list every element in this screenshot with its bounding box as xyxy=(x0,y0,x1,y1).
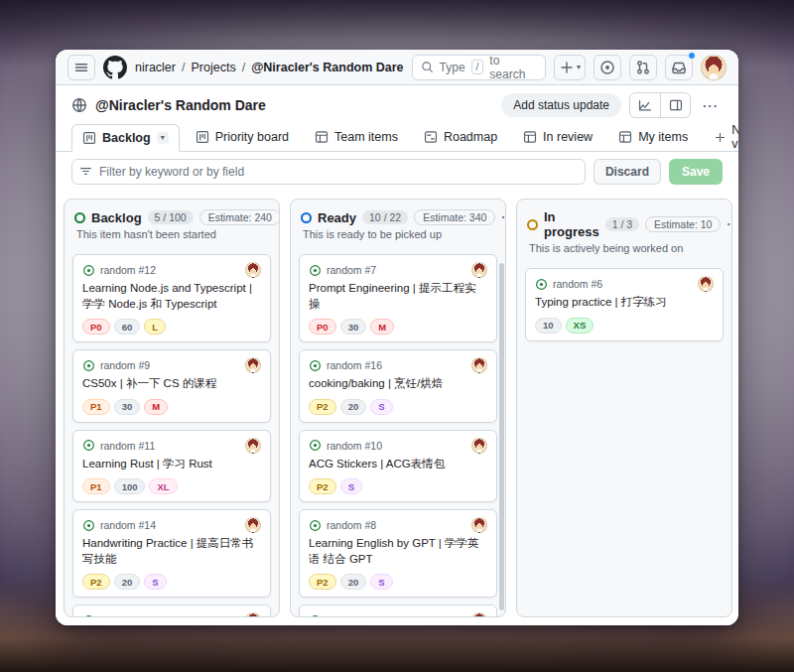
column-cards: random #7 Prompt Engineering | 提示工程实操 P0… xyxy=(291,247,505,616)
github-logo[interactable] xyxy=(103,56,127,79)
issue-card[interactable]: random #7 Prompt Engineering | 提示工程实操 P0… xyxy=(299,254,497,342)
header-actions: ▾ xyxy=(554,55,727,80)
global-search-input[interactable]: Type / to search xyxy=(412,55,546,80)
tab-in-review[interactable]: In review xyxy=(513,123,602,151)
issues-button[interactable] xyxy=(594,55,621,80)
save-button[interactable]: Save xyxy=(669,159,723,185)
issue-ref: random #16 xyxy=(327,359,382,371)
issue-title[interactable]: Learning Node.js and Typescript | 学学 Nod… xyxy=(82,281,261,312)
breadcrumb-owner[interactable]: niracler xyxy=(135,61,176,74)
issue-title[interactable]: cooking/baking | 烹饪/烘焙 xyxy=(309,376,487,392)
issue-card[interactable]: random #6 Typing practice | 打字练习 10XS xyxy=(525,268,724,341)
issue-ref: random #10 xyxy=(327,440,382,452)
issue-open-icon xyxy=(309,264,322,277)
tab-label: Backlog xyxy=(102,131,151,145)
view-tabs: Backlog▾Priority boardTeam itemsRoadmapI… xyxy=(56,123,738,152)
project-title: @Niracler's Random Dare xyxy=(95,97,266,113)
create-new-button[interactable]: ▾ xyxy=(554,55,586,80)
assignee-avatar[interactable] xyxy=(471,357,487,373)
assignee-avatar[interactable] xyxy=(245,612,261,616)
issue-title[interactable]: Prompt Engineering | 提示工程实操 xyxy=(309,281,487,312)
column-name: In progress xyxy=(544,209,599,239)
issue-card[interactable]: random #16 cooking/baking | 烹饪/烘焙 P220S xyxy=(299,349,497,423)
card-header: random #12 xyxy=(82,262,261,278)
project-icon xyxy=(196,130,209,144)
issue-card[interactable]: random #8 Learning English by GPT | 学学英语… xyxy=(299,509,497,598)
assignee-avatar[interactable] xyxy=(245,517,261,533)
column-description: This item hasn't been started xyxy=(65,228,279,247)
user-avatar[interactable] xyxy=(701,55,727,80)
add-status-update-button[interactable]: Add status update xyxy=(501,93,621,117)
issue-ref: random #11 xyxy=(100,440,155,452)
label-m: M xyxy=(370,319,394,335)
column-estimate-badge: Estimate: 10 xyxy=(645,216,721,232)
filter-bar: Discard Save xyxy=(56,152,738,193)
assignee-avatar[interactable] xyxy=(471,612,487,616)
issue-card[interactable]: random #5 Leetcode 40 Problems | Leetcod… xyxy=(299,605,497,616)
issue-card[interactable]: random #14 Handwriting Practice | 提高日常书写… xyxy=(72,509,271,598)
issue-title[interactable]: Typing practice | 打字练习 xyxy=(535,295,714,311)
assignee-avatar[interactable] xyxy=(698,276,714,292)
issue-open-icon xyxy=(309,614,322,616)
card-header: random #6 xyxy=(535,276,714,292)
caret-down-icon: ▾ xyxy=(577,63,581,71)
issue-labels: 10XS xyxy=(535,318,714,334)
issue-card[interactable]: random #15 Drawing Skills Training | 画画技… xyxy=(72,605,271,616)
pull-requests-button[interactable] xyxy=(629,55,657,80)
label-p2: P2 xyxy=(309,399,336,415)
label-p0: P0 xyxy=(309,319,336,335)
board: Backlog 5 / 100 Estimate: 240 ··· This i… xyxy=(56,193,738,625)
tab-backlog[interactable]: Backlog▾ xyxy=(71,124,180,152)
column-scrollbar[interactable] xyxy=(499,263,504,610)
assignee-avatar[interactable] xyxy=(245,357,261,373)
column-name: Backlog xyxy=(91,210,142,225)
global-nav-menu-button[interactable] xyxy=(67,55,95,80)
issue-card[interactable]: random #11 Learning Rust | 学习 Rust P1100… xyxy=(72,430,271,503)
label-m: M xyxy=(144,399,168,415)
new-view-button[interactable]: New view xyxy=(704,123,738,151)
breadcrumb-projects[interactable]: Projects xyxy=(191,61,235,74)
tab-label: In review xyxy=(543,130,593,144)
card-header: random #9 xyxy=(82,357,261,373)
card-header: random #14 xyxy=(82,517,261,533)
tab-priority-board[interactable]: Priority board xyxy=(186,123,299,151)
issue-title[interactable]: Learning Rust | 学习 Rust xyxy=(82,457,261,472)
column-header: In progress 1 / 3 Estimate: 10 ··· xyxy=(517,200,731,242)
search-icon xyxy=(421,61,434,73)
assignee-avatar[interactable] xyxy=(471,262,487,278)
side-panel-icon xyxy=(669,98,683,112)
tab-my-items[interactable]: My items xyxy=(608,123,698,151)
issue-title[interactable]: Learning English by GPT | 学学英语 结合 GPT xyxy=(309,536,487,567)
issue-card[interactable]: random #9 CS50x | 补一下 CS 的课程 P130M xyxy=(72,349,271,423)
issue-title[interactable]: ACG Stickers | ACG表情包 xyxy=(309,457,487,472)
label-s: S xyxy=(370,574,392,590)
issue-labels: P1100XL xyxy=(82,478,261,494)
tab-team-items[interactable]: Team items xyxy=(305,123,408,151)
issue-title[interactable]: CS50x | 补一下 CS 的课程 xyxy=(82,376,261,392)
card-header: random #16 xyxy=(309,357,487,373)
project-menu-button[interactable]: ··· xyxy=(699,98,723,113)
insights-button[interactable] xyxy=(630,93,660,117)
side-panel-button[interactable] xyxy=(660,93,690,117)
tab-roadmap[interactable]: Roadmap xyxy=(414,123,507,151)
column-menu-button[interactable]: ··· xyxy=(501,210,506,224)
inbox-icon xyxy=(671,60,687,75)
discard-button[interactable]: Discard xyxy=(594,159,661,185)
tab-caret-button[interactable]: ▾ xyxy=(157,132,169,144)
filter-input[interactable] xyxy=(71,159,586,185)
issue-opened-icon xyxy=(599,60,615,75)
assignee-avatar[interactable] xyxy=(245,262,261,278)
issue-card[interactable]: random #12 Learning Node.js and Typescri… xyxy=(72,254,271,342)
breadcrumb: niracler / Projects / @Niracler's Random… xyxy=(135,61,404,74)
issue-title[interactable]: Handwriting Practice | 提高日常书写技能 xyxy=(82,536,261,567)
github-projects-window: niracler / Projects / @Niracler's Random… xyxy=(56,50,738,625)
issue-card[interactable]: random #10 ACG Stickers | ACG表情包 P2S xyxy=(299,430,497,503)
breadcrumb-project-name[interactable]: @Niracler's Random Dare xyxy=(251,61,403,74)
assignee-avatar[interactable] xyxy=(471,517,487,533)
column-menu-button[interactable]: ··· xyxy=(727,217,732,231)
assignee-avatar[interactable] xyxy=(245,438,261,454)
issue-labels: P030M xyxy=(309,319,487,335)
assignee-avatar[interactable] xyxy=(471,438,487,454)
search-placeholder-prefix: Type xyxy=(440,61,465,74)
column-estimate-badge: Estimate: 340 xyxy=(414,209,495,225)
